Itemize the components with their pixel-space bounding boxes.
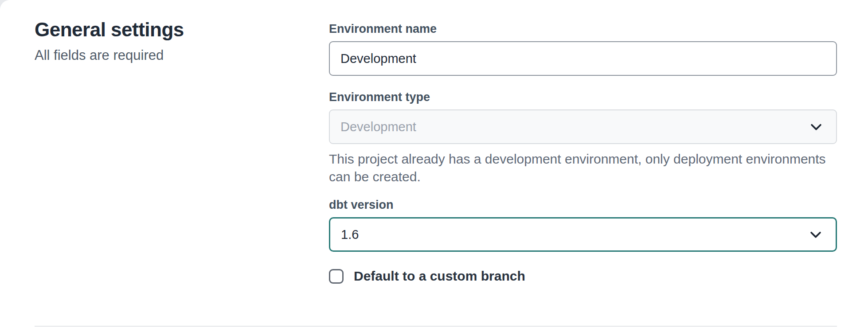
dbt-version-label: dbt version — [329, 198, 837, 212]
custom-branch-checkbox[interactable] — [329, 269, 344, 284]
custom-branch-row: Default to a custom branch — [329, 269, 837, 284]
environment-name-label: Environment name — [329, 22, 837, 36]
page-subtitle: All fields are required — [35, 47, 329, 63]
chevron-down-icon — [809, 119, 824, 134]
section-divider — [35, 326, 837, 327]
environment-name-input[interactable] — [329, 41, 837, 76]
dbt-version-value: 1.6 — [341, 227, 359, 242]
general-settings-form: Environment name Environment type Develo… — [329, 18, 837, 284]
page-title: General settings — [35, 19, 329, 41]
chevron-down-icon — [808, 227, 823, 242]
environment-type-select: Development — [329, 109, 837, 144]
environment-type-help: This project already has a development e… — [329, 150, 837, 186]
custom-branch-label[interactable]: Default to a custom branch — [354, 269, 525, 284]
environment-type-label: Environment type — [329, 90, 837, 104]
dbt-version-select[interactable]: 1.6 — [329, 217, 837, 252]
environment-type-value: Development — [340, 120, 416, 134]
settings-card: General settings All fields are required… — [0, 0, 868, 328]
section-header: General settings All fields are required — [35, 18, 329, 284]
